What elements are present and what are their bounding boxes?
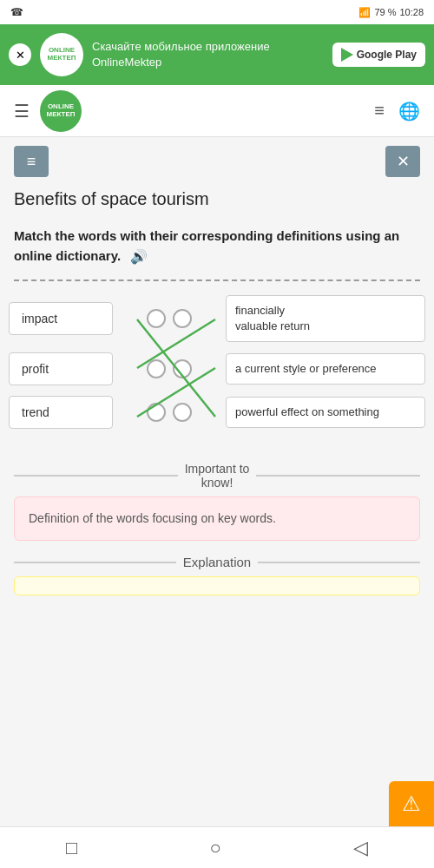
right-circle-2[interactable] bbox=[173, 359, 192, 378]
match-grid: impact financiallyvaluable return profit… bbox=[9, 295, 425, 429]
hamburger-icon[interactable]: ☰ bbox=[14, 101, 30, 122]
circles-row-3 bbox=[113, 403, 226, 422]
left-circle-3[interactable] bbox=[147, 403, 166, 422]
wifi-icon: 📶 bbox=[358, 7, 371, 18]
important-line-right bbox=[256, 475, 420, 477]
globe-icon[interactable]: 🌐 bbox=[398, 101, 420, 122]
banner-logo: ONLINE МЕКТЕП bbox=[40, 33, 83, 76]
list-icon[interactable]: ≡ bbox=[374, 101, 385, 121]
match-row-1: impact financiallyvaluable return bbox=[9, 295, 425, 342]
google-play-button[interactable]: Google Play bbox=[332, 43, 425, 67]
warning-button[interactable]: ⚠ bbox=[389, 781, 434, 826]
left-circle-1[interactable] bbox=[147, 309, 166, 328]
left-circle-2[interactable] bbox=[147, 359, 166, 378]
question-text: Match the words with their corresponding… bbox=[14, 228, 399, 263]
explanation-line-left bbox=[14, 562, 176, 563]
battery-text: 79 % bbox=[374, 7, 396, 17]
dotted-separator bbox=[14, 279, 420, 281]
page-title: Benefits of space tourism bbox=[0, 186, 434, 220]
bottom-nav-back[interactable]: ◁ bbox=[346, 830, 375, 866]
right-circle-1[interactable] bbox=[173, 309, 192, 328]
explanation-area: Explanation ⚠ bbox=[0, 555, 434, 648]
banner-text: Скачайте мобильное приложение OnlineMekt… bbox=[92, 39, 324, 70]
explanation-row: Explanation bbox=[14, 555, 420, 569]
match-exercise: impact financiallyvaluable return profit… bbox=[0, 295, 434, 448]
status-left-icon: ☎ bbox=[10, 6, 23, 18]
nav-left: ☰ ONLINE МЕКТЕП bbox=[14, 90, 82, 132]
status-bar: ☎ 📶 79 % 10:28 bbox=[0, 0, 434, 24]
important-row: Important toknow! bbox=[14, 462, 420, 490]
explanation-content-box bbox=[14, 576, 420, 595]
explanation-line-right bbox=[258, 562, 420, 563]
match-row-3: trend powerful effect on something bbox=[9, 396, 425, 429]
nav-right: ≡ 🌐 bbox=[374, 101, 420, 122]
word-profit: profit bbox=[9, 352, 113, 385]
promo-banner: ✕ ONLINE МЕКТЕП Скачайте мобильное прило… bbox=[0, 24, 434, 85]
top-navigation: ☰ ONLINE МЕКТЕП ≡ 🌐 bbox=[0, 85, 434, 137]
nav-logo: ONLINE МЕКТЕП bbox=[40, 90, 82, 132]
status-right-icons: 📶 79 % 10:28 bbox=[358, 7, 424, 18]
important-label: Important toknow! bbox=[185, 462, 250, 490]
definition-box: Definition of the words focusing on key … bbox=[14, 496, 420, 541]
definition-current-style: a current style or preference bbox=[226, 353, 425, 385]
close-icon: ✕ bbox=[16, 49, 25, 62]
right-circle-3[interactable] bbox=[173, 403, 192, 422]
toolbar-close-icon: ✕ bbox=[397, 152, 410, 171]
warning-icon: ⚠ bbox=[402, 792, 421, 816]
google-play-label: Google Play bbox=[357, 49, 417, 61]
audio-icon[interactable]: 🔊 bbox=[130, 248, 148, 265]
toolbar-close-button[interactable]: ✕ bbox=[385, 146, 420, 177]
definition-financially: financiallyvaluable return bbox=[226, 295, 425, 342]
circles-row-1 bbox=[113, 309, 226, 328]
word-trend: trend bbox=[9, 396, 113, 429]
main-content: ≡ ✕ Benefits of space tourism Match the … bbox=[0, 137, 434, 648]
content-toolbar: ≡ ✕ bbox=[0, 137, 434, 186]
toolbar-menu-button[interactable]: ≡ bbox=[14, 146, 49, 177]
bottom-nav-square[interactable]: □ bbox=[59, 830, 84, 866]
menu-lines-icon: ≡ bbox=[27, 153, 36, 171]
question-area: Match the words with their corresponding… bbox=[0, 220, 434, 276]
banner-close-button[interactable]: ✕ bbox=[9, 43, 31, 66]
match-row-2: profit a current style or preference bbox=[9, 352, 425, 385]
explanation-label: Explanation bbox=[183, 555, 251, 569]
play-triangle-icon bbox=[341, 48, 353, 62]
circles-row-2 bbox=[113, 359, 226, 378]
important-line-left bbox=[14, 475, 178, 477]
time-text: 10:28 bbox=[399, 7, 424, 17]
definition-powerful-effect: powerful effect on something bbox=[226, 397, 425, 428]
bottom-navigation: □ ○ ◁ bbox=[0, 826, 434, 868]
word-impact: impact bbox=[9, 302, 113, 335]
bottom-nav-circle[interactable]: ○ bbox=[202, 830, 227, 866]
